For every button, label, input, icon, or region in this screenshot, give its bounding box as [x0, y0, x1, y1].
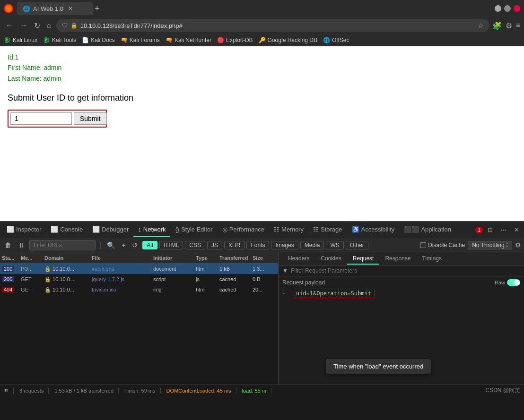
kali-nethunter-icon: 🔫 [166, 37, 173, 43]
tab-debugger[interactable]: ⬜ Debugger [87, 223, 133, 237]
payload-line: 1 uid=1&Operation=Submit [282, 289, 520, 298]
finish-time: Finish: 59 ms [124, 388, 160, 394]
tab-accessibility[interactable]: ♿ Accessibility [347, 223, 400, 237]
new-tab-button[interactable]: + [95, 4, 100, 14]
pill-images[interactable]: Images [271, 241, 298, 249]
bookmark-offsec[interactable]: 🌐 OffSec [323, 37, 349, 43]
user-id-input[interactable] [10, 112, 72, 125]
devtools-more-button[interactable]: ⋯ [498, 225, 509, 234]
tab-console[interactable]: ⬜ Console [46, 223, 87, 237]
add-network-button[interactable]: + [120, 240, 127, 250]
request-content: Request payload Raw 1 uid=1&Operation=Su… [279, 276, 524, 385]
network-table-headers: Sta... Me... Domain File Initiator Type … [0, 252, 278, 264]
pill-other[interactable]: Other [346, 241, 368, 249]
address-bar[interactable]: 🛡 🔒 10.10.0.128/se3reTdir777/index.php# … [56, 19, 489, 32]
pill-xhr[interactable]: XHR [224, 241, 245, 249]
sync-button[interactable]: ⚙ [506, 21, 512, 30]
row1-file: index.php [92, 266, 153, 272]
back-button[interactable]: ← [4, 20, 15, 31]
req-tab-cookies[interactable]: Cookies [315, 253, 347, 265]
header-domain: Domain [44, 255, 92, 261]
req-tab-request[interactable]: Request [347, 253, 380, 265]
pill-js[interactable]: JS [207, 241, 222, 249]
header-status: Sta... [2, 255, 21, 261]
exploit-db-icon: 🔴 [217, 37, 224, 43]
devtools-close-button[interactable]: ✕ [511, 225, 522, 234]
forward-button[interactable]: → [18, 20, 29, 31]
bookmark-kali-docs[interactable]: 📄 Kali Docs [82, 37, 115, 43]
bookmark-kali-nethunter[interactable]: 🔫 Kali NetHunter [166, 37, 211, 43]
csdn-logo: CSDN @问芙 [485, 386, 520, 394]
menu-button[interactable]: ≡ [516, 21, 520, 30]
responsive-design-button[interactable]: ⊡ [485, 225, 496, 234]
raw-toggle-button[interactable] [507, 279, 520, 286]
active-tab[interactable]: 🌐 AI Web 1.0 ✕ [17, 2, 93, 15]
tab-close-button[interactable]: ✕ [68, 5, 73, 12]
storage-icon: ☷ [313, 226, 319, 233]
tab-memory[interactable]: ☷ Memory [269, 223, 308, 237]
network-row[interactable]: 200 GET 🔒 10.10.0... jquery-1.7.2.js scr… [0, 274, 278, 284]
bookmark-exploit-db[interactable]: 🔴 Exploit-DB [217, 37, 253, 43]
tab-style-editor[interactable]: {} Style Editor [170, 223, 217, 237]
bookmark-star-icon[interactable]: ☆ [478, 22, 484, 29]
tab-performance[interactable]: ◎ Performance [218, 223, 269, 237]
pill-css[interactable]: CSS [185, 241, 205, 249]
page-content: Id:1 First Name: admin Last Name: admin … [0, 46, 524, 221]
network-row[interactable]: 404 GET 🔒 10.10.0... favicon.ico img htm… [0, 284, 278, 295]
tab-performance-label: Performance [229, 226, 264, 233]
form-container: Submit [8, 110, 107, 128]
tab-inspector[interactable]: ⬜ Inspector [2, 223, 46, 237]
reload-network-button[interactable]: ↺ [130, 240, 140, 250]
disable-cache-label: Disable Cache [428, 242, 465, 249]
bookmark-kali-linux[interactable]: 🐉 Kali Linux [4, 37, 37, 43]
close-button[interactable] [514, 5, 520, 12]
tab-application-label: Application [421, 226, 451, 233]
header-initiator: Initiator [153, 255, 196, 261]
extensions-button[interactable]: 🧩 [492, 21, 502, 30]
bookmark-google-hacking[interactable]: 🔑 Google Hacking DB [259, 37, 317, 43]
tab-network[interactable]: ↕ Network [133, 223, 170, 237]
row1-method: PO... [21, 266, 44, 272]
minimize-button[interactable] [495, 5, 501, 12]
tab-inspector-label: Inspector [16, 226, 41, 233]
req-tab-headers[interactable]: Headers [282, 253, 315, 265]
request-tab-bar: Headers Cookies Request Response Timings [279, 252, 524, 266]
filter-urls-input[interactable] [29, 240, 96, 250]
pause-network-button[interactable]: ⏸ [16, 240, 26, 250]
req-tab-timings[interactable]: Timings [416, 253, 447, 265]
bookmark-kali-forums[interactable]: 🔫 Kali Forums [121, 37, 160, 43]
memory-icon: ☷ [274, 226, 279, 233]
bookmark-kali-tools[interactable]: 🐉 Kali Tools [43, 37, 76, 43]
browser-icon [4, 4, 13, 13]
pill-all[interactable]: All [142, 241, 157, 249]
network-settings-button[interactable]: ⚙ [515, 241, 521, 249]
row3-status: 404 [2, 287, 21, 292]
reload-button[interactable]: ↻ [32, 20, 42, 31]
application-icon: ⬛⬛ [404, 226, 419, 233]
clear-network-button[interactable]: 🗑 [3, 240, 13, 250]
network-toolbar: 🗑 ⏸ | 🔍 + ↺ All HTML CSS JS XHR Fonts Im… [0, 238, 524, 252]
header-type: Type [196, 255, 219, 261]
pill-fonts[interactable]: Fonts [246, 241, 269, 249]
search-network-button[interactable]: 🔍 [105, 240, 117, 250]
pill-ws[interactable]: WS [326, 241, 343, 249]
status-bar: ≋ 3 requests 1.53 kB / 1 kB transferred … [0, 385, 524, 396]
maximize-button[interactable] [504, 5, 511, 12]
submit-button[interactable]: Submit [74, 112, 107, 125]
throttle-button[interactable]: No Throttling ⁝ [468, 241, 512, 249]
title-bar: 🌐 AI Web 1.0 ✕ + [0, 0, 524, 17]
disable-cache-checkbox[interactable] [420, 242, 426, 248]
network-row[interactable]: 200 PO... 🔒 10.10.0... index.php documen… [0, 264, 278, 274]
tab-application[interactable]: ⬛⬛ Application [399, 223, 456, 237]
req-tab-response[interactable]: Response [379, 253, 416, 265]
pill-media[interactable]: Media [300, 241, 324, 249]
debugger-icon: ⬜ [92, 226, 100, 233]
tab-memory-label: Memory [281, 226, 304, 233]
home-button[interactable]: ⌂ [45, 20, 53, 31]
filter-params-input[interactable] [291, 267, 520, 274]
row3-type: html [196, 287, 219, 292]
devtools-panel: ⬜ Inspector ⬜ Console ⬜ Debugger ↕ Netwo… [0, 221, 524, 396]
pill-html[interactable]: HTML [159, 241, 183, 249]
disable-cache-toggle[interactable]: Disable Cache [420, 242, 465, 249]
tab-storage[interactable]: ☷ Storage [308, 223, 347, 237]
